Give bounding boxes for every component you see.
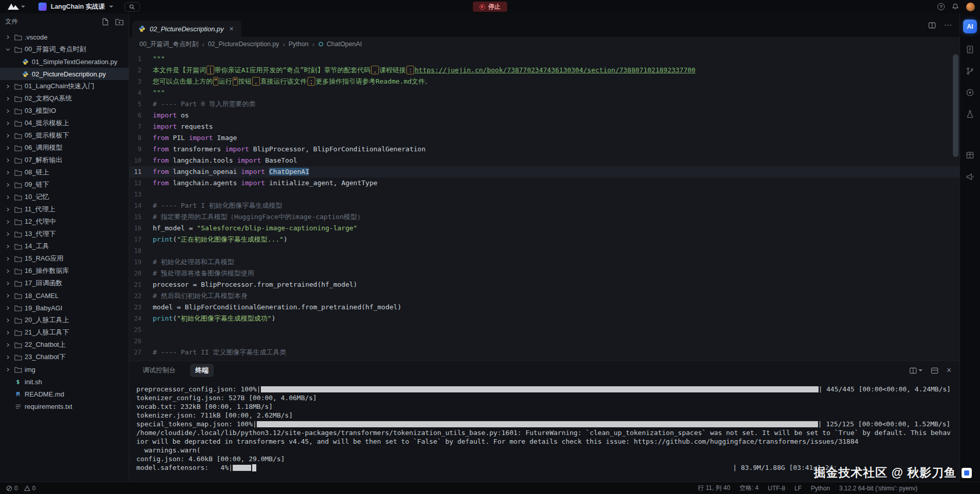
file-row[interactable]: .vscode <box>0 31 129 43</box>
chevron-right-icon[interactable] <box>4 84 11 89</box>
file-row[interactable]: 11_代理上 <box>0 203 129 215</box>
workspace-name[interactable]: LangChain 实战课 <box>51 3 105 11</box>
chevron-right-icon[interactable] <box>4 96 11 101</box>
chevron-right-icon[interactable] <box>4 170 11 175</box>
chevron-down-icon[interactable] <box>4 47 11 52</box>
chevron-right-icon[interactable] <box>4 158 11 163</box>
code-line[interactable]: 12from langchain.agents import initializ… <box>129 177 959 189</box>
close-panel-icon[interactable]: × <box>947 366 951 374</box>
search-button[interactable] <box>125 2 140 12</box>
errors-indicator[interactable]: 0 <box>6 485 18 492</box>
file-row[interactable]: 09_链下 <box>0 179 129 191</box>
file-row[interactable]: 16_操作数据库 <box>0 265 129 277</box>
split-terminal-button[interactable] <box>909 367 923 374</box>
file-row[interactable]: 13_代理下 <box>0 228 129 240</box>
tab-debug-console[interactable]: 调试控制台 <box>137 364 181 377</box>
file-row[interactable]: 18_CAMEL <box>0 289 129 302</box>
problems-indicator[interactable]: 0 0 <box>6 485 35 492</box>
bell-icon[interactable] <box>952 3 959 10</box>
code-line[interactable]: 27# ---- Part II 定义图像字幕生成工具类 <box>129 347 959 358</box>
scrollbar-thumb[interactable] <box>953 54 958 157</box>
maximize-panel-icon[interactable] <box>931 367 938 374</box>
code-line[interactable]: 8from PIL import Image <box>129 132 959 144</box>
source-control-icon[interactable] <box>965 65 976 76</box>
app-menu-button[interactable] <box>5 3 27 10</box>
chevron-right-icon[interactable] <box>4 146 11 150</box>
code-editor[interactable]: 1"""2本文件是【开篇词｜带你亲证AI应用开发的“奇点”时刻】章节的配套代码，… <box>129 51 959 361</box>
chevron-right-icon[interactable] <box>4 306 11 310</box>
user-avatar[interactable] <box>966 3 975 11</box>
file-row[interactable]: requirements.txt <box>0 400 129 412</box>
code-line[interactable]: 20# 预处理器将准备图像供模型使用 <box>129 268 959 279</box>
file-row[interactable]: 22_Chatbot上 <box>0 339 129 351</box>
file-row[interactable]: 04_提示模板上 <box>0 117 129 129</box>
code-line[interactable]: 23model = BlipForConditionalGeneration.f… <box>129 302 959 313</box>
cursor-position[interactable]: 行 11, 列 40 <box>698 484 730 492</box>
code-line[interactable]: 13 <box>129 189 959 200</box>
chevron-right-icon[interactable] <box>4 281 11 286</box>
file-row[interactable]: 02_文档QA系统 <box>0 92 129 105</box>
code-line[interactable]: 16hf_model = "Salesforce/blip-image-capt… <box>129 223 959 234</box>
tab-terminal[interactable]: 终端 <box>190 364 214 377</box>
file-row[interactable]: $init.sh <box>0 376 129 388</box>
file-row[interactable]: 21_人脉工具下 <box>0 326 129 339</box>
code-line[interactable]: 24print("初始化图像字幕生成模型成功") <box>129 313 959 324</box>
language-mode[interactable]: Python <box>811 485 830 492</box>
indentation[interactable]: 空格: 4 <box>740 484 759 492</box>
chevron-right-icon[interactable] <box>4 183 11 187</box>
chevron-right-icon[interactable] <box>4 343 11 347</box>
more-actions-icon[interactable]: ⋯ <box>944 21 952 30</box>
file-row[interactable]: 02_PictureDescription.py <box>0 68 129 80</box>
breadcrumb-item[interactable]: ChatOpenAI <box>318 41 362 48</box>
code-line[interactable]: 6import os <box>129 110 959 121</box>
code-line[interactable]: 10from langchain.tools import BaseTool <box>129 155 959 166</box>
code-line[interactable]: 17print("正在初始化图像字幕生成模型...") <box>129 234 959 245</box>
breadcrumb-item[interactable]: Python <box>289 41 309 48</box>
file-row[interactable]: 17_回调函数 <box>0 277 129 289</box>
debug-icon[interactable] <box>965 87 976 98</box>
code-line[interactable]: 21processor = BlipProcessor.from_pretrai… <box>129 279 959 290</box>
code-line[interactable]: 18 <box>129 245 959 256</box>
chevron-right-icon[interactable] <box>4 367 11 372</box>
ai-assistant-icon[interactable]: AI <box>963 19 977 33</box>
code-line[interactable]: 11from langchain_openai import ChatOpenA… <box>129 166 959 177</box>
stop-button[interactable]: 停止 <box>473 2 507 12</box>
file-row[interactable]: 03_模型IO <box>0 105 129 117</box>
file-row[interactable]: 08_链上 <box>0 166 129 179</box>
new-folder-icon[interactable] <box>115 18 124 26</box>
split-editor-icon[interactable] <box>928 22 936 29</box>
notebook-icon[interactable] <box>965 44 976 55</box>
chevron-right-icon[interactable] <box>4 109 11 113</box>
chevron-right-icon[interactable] <box>4 269 11 273</box>
encoding[interactable]: UTF-8 <box>768 485 785 492</box>
warnings-indicator[interactable]: 0 <box>24 485 36 492</box>
file-row[interactable]: img <box>0 363 129 376</box>
chevron-right-icon[interactable] <box>4 35 11 39</box>
terminal-output[interactable]: preprocessor_config.json: 100%|| 445/445… <box>129 380 959 482</box>
code-line[interactable]: 25 <box>129 324 959 335</box>
chevron-right-icon[interactable] <box>4 220 11 224</box>
file-row[interactable]: 06_调用模型 <box>0 142 129 154</box>
code-line[interactable]: 4""" <box>129 87 959 98</box>
tab-close-icon[interactable]: × <box>228 25 235 33</box>
chevron-right-icon[interactable] <box>4 207 11 212</box>
file-row[interactable]: 05_提示模板下 <box>0 129 129 142</box>
file-row[interactable]: 01_SimpleTextGeneration.py <box>0 55 129 68</box>
file-row[interactable]: 20_人脉工具上 <box>0 314 129 326</box>
chevron-right-icon[interactable] <box>4 244 11 249</box>
code-line[interactable]: 26 <box>129 335 959 347</box>
chevron-right-icon[interactable] <box>4 318 11 323</box>
file-row[interactable]: 00_开篇词_奇点时刻 <box>0 43 129 55</box>
file-row[interactable]: MREADME.md <box>0 388 129 400</box>
file-row[interactable]: 12_代理中 <box>0 215 129 228</box>
announcement-icon[interactable] <box>965 171 976 182</box>
code-line[interactable]: 5# ---- Part 0 导入所需要的类 <box>129 98 959 110</box>
chevron-right-icon[interactable] <box>4 256 11 261</box>
breadcrumb-item[interactable]: 00_开篇词_奇点时刻 <box>139 40 198 49</box>
file-row[interactable]: 15_RAG应用 <box>0 252 129 265</box>
flask-icon[interactable] <box>965 108 976 120</box>
code-line[interactable]: 14# ---- Part I 初始化图像字幕生成模型 <box>129 200 959 211</box>
code-line[interactable]: 1""" <box>129 53 959 65</box>
code-line[interactable]: 22# 然后我们初始化工具模型本身 <box>129 290 959 302</box>
file-row[interactable]: 23_Chatbot下 <box>0 351 129 363</box>
